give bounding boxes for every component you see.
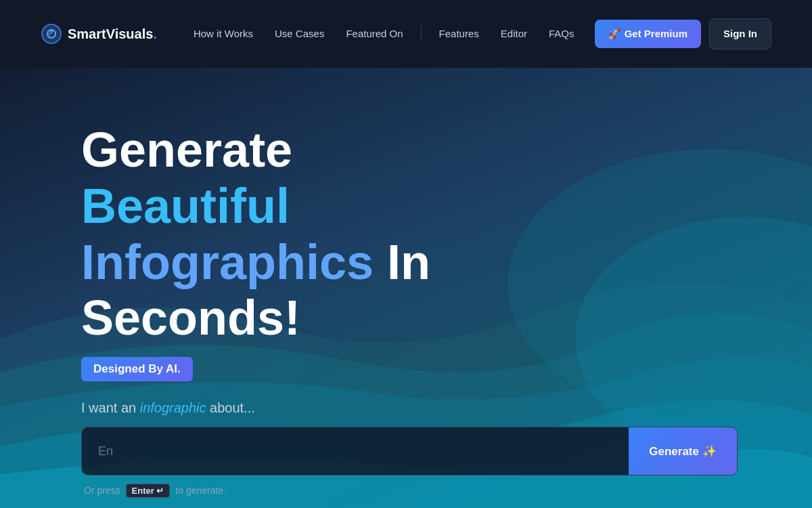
- generate-button[interactable]: Generate ✨: [629, 427, 737, 475]
- nav-link-editor[interactable]: Editor: [491, 22, 537, 46]
- hero-content: Generate Beautiful Infographics In Secon…: [0, 68, 812, 498]
- logo-text: SmartVisuals.: [68, 26, 157, 42]
- nav-link-features[interactable]: Features: [430, 22, 489, 46]
- nav-link-faqs[interactable]: FAQs: [539, 22, 584, 46]
- enter-key-badge: Enter ↵: [126, 484, 171, 498]
- nav-link-featured-on[interactable]: Featured On: [336, 22, 412, 46]
- logo[interactable]: SmartVisuals.: [41, 23, 157, 45]
- sign-in-button[interactable]: Sign In: [709, 18, 771, 49]
- nav-link-use-cases[interactable]: Use Cases: [265, 22, 334, 46]
- hero-section: Generate Beautiful Infographics In Secon…: [0, 68, 812, 508]
- nav-links: How it Works Use Cases Featured On Featu…: [184, 22, 595, 46]
- navbar: SmartVisuals. How it Works Use Cases Fea…: [0, 0, 812, 68]
- get-premium-button[interactable]: 🚀 Get Premium: [595, 20, 701, 48]
- hero-title: Generate Beautiful Infographics In Secon…: [81, 122, 433, 346]
- search-bar-container: Generate ✨: [81, 427, 738, 475]
- logo-icon: [41, 23, 62, 45]
- hero-tagline: I want an infographic about...: [81, 400, 812, 416]
- nav-link-how-it-works[interactable]: How it Works: [184, 22, 263, 46]
- nav-divider: [421, 26, 422, 42]
- nav-right: 🚀 Get Premium Sign In: [595, 18, 771, 49]
- enter-hint: Or press Enter ↵ to generate.: [81, 484, 812, 498]
- search-input[interactable]: [82, 427, 629, 475]
- ai-badge: Designed By AI.: [81, 357, 193, 381]
